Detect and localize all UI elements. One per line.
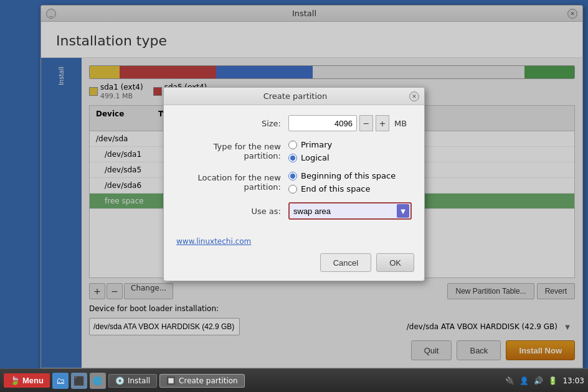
modal-url: www.linuxtechi.com — [164, 237, 424, 251]
use-as-row: Use as: swap area Ext2 Ext3 Ext4 ReiserF… — [176, 202, 412, 220]
menu-icon: 🍃 — [10, 376, 20, 385]
network-icon: 🔌 — [505, 376, 514, 385]
type-primary-radio[interactable] — [288, 141, 297, 149]
type-row: Type for the new partition: Primary Logi… — [176, 140, 412, 162]
taskbar-right: 🔌 👤 🔊 🔋 13:03 — [505, 376, 584, 385]
create-partition-app-icon: 🔲 — [166, 376, 176, 385]
type-label: Type for the new partition: — [176, 142, 288, 161]
type-primary-label: Primary — [301, 140, 332, 149]
install-app-label: Install — [128, 376, 150, 385]
use-as-field: swap area Ext2 Ext3 Ext4 ReiserFS btrfs … — [288, 202, 412, 220]
use-as-select-wrapper: swap area Ext2 Ext3 Ext4 ReiserFS btrfs … — [288, 202, 412, 220]
modal-title: Create partition — [181, 91, 409, 101]
desktop: _ Install ✕ Installation type Install — [0, 0, 588, 368]
location-end-radio[interactable] — [288, 185, 297, 194]
menu-label: Menu — [22, 376, 44, 385]
taskbar-left: 🍃 Menu 🗂 ⬛ 🌐 💿 Install 🔲 Create partitio… — [4, 373, 505, 389]
use-as-label: Use as: — [176, 207, 288, 216]
modal-titlebar: Create partition ✕ — [164, 88, 424, 105]
user-icon: 👤 — [519, 376, 529, 385]
create-partition-app-label: Create partition — [179, 376, 238, 385]
size-increase-button[interactable]: + — [376, 115, 389, 131]
use-as-select[interactable]: swap area Ext2 Ext3 Ext4 ReiserFS btrfs … — [288, 202, 412, 220]
type-field: Primary Logical — [288, 140, 412, 162]
file-manager-icon[interactable]: 🗂 — [52, 373, 69, 389]
ok-button[interactable]: OK — [376, 253, 414, 272]
location-row: Location for the new partition: Beginnin… — [176, 171, 412, 194]
browser-icon[interactable]: 🌐 — [90, 373, 106, 389]
location-beginning-option[interactable]: Beginning of this space — [288, 171, 396, 180]
location-beginning-radio[interactable] — [288, 172, 297, 180]
taskbar-time: 13:03 — [562, 376, 584, 385]
volume-icon: 🔊 — [534, 376, 543, 385]
location-end-option[interactable]: End of this space — [288, 184, 396, 194]
create-partition-dialog: Create partition ✕ Size: − + MB — [163, 87, 425, 281]
modal-close-button[interactable]: ✕ — [409, 91, 419, 101]
type-logical-label: Logical — [301, 153, 330, 162]
cancel-button[interactable]: Cancel — [320, 253, 371, 272]
location-radio-group: Beginning of this space End of this spac… — [288, 171, 396, 194]
location-beginning-label: Beginning of this space — [301, 171, 396, 180]
modal-footer: Cancel OK — [164, 251, 424, 281]
type-logical-option[interactable]: Logical — [288, 153, 332, 162]
location-field: Beginning of this space End of this spac… — [288, 171, 412, 194]
location-label: Location for the new partition: — [176, 173, 288, 192]
menu-button[interactable]: 🍃 Menu — [4, 373, 50, 388]
modal-body: Size: − + MB Type for the new partition: — [164, 105, 424, 237]
size-field: − + MB — [288, 115, 412, 131]
size-label: Size: — [176, 119, 288, 128]
terminal-icon[interactable]: ⬛ — [71, 373, 87, 389]
type-primary-option[interactable]: Primary — [288, 140, 332, 149]
size-unit: MB — [394, 119, 407, 128]
size-row: Size: − + MB — [176, 115, 412, 131]
location-end-label: End of this space — [301, 184, 371, 194]
taskbar-install-app[interactable]: 💿 Install — [108, 374, 157, 388]
modal-overlay: Create partition ✕ Size: − + MB — [0, 0, 588, 368]
type-radio-group: Primary Logical — [288, 140, 332, 162]
taskbar: 🍃 Menu 🗂 ⬛ 🌐 💿 Install 🔲 Create partitio… — [0, 368, 588, 392]
install-app-icon: 💿 — [115, 376, 125, 385]
type-logical-radio[interactable] — [288, 154, 297, 162]
size-input[interactable] — [288, 115, 357, 131]
taskbar-create-partition-app[interactable]: 🔲 Create partition — [159, 374, 245, 388]
battery-icon: 🔋 — [548, 376, 557, 385]
size-decrease-button[interactable]: − — [359, 115, 373, 131]
